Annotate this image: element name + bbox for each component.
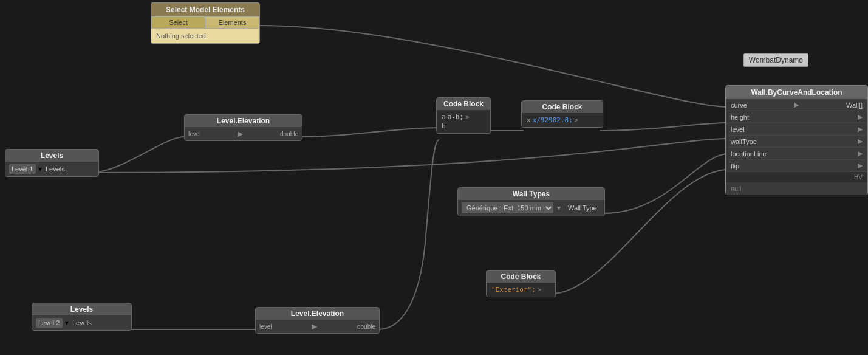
- wbc-row-locationline: locationLine ▶: [726, 148, 867, 160]
- wall-types-dropdown[interactable]: Générique - Ext. 150 mm: [462, 202, 553, 213]
- select-tab-elements[interactable]: Elements: [205, 16, 259, 29]
- levels-1-output: Levels: [46, 165, 65, 173]
- wall-types-body: Générique - Ext. 150 mm ▾ Wall Type: [458, 200, 604, 216]
- code-block-3-body: "Exterior"; >: [487, 283, 555, 297]
- levels-1-title: Levels: [5, 150, 98, 162]
- wbc-input-walltype: wallType: [731, 138, 757, 145]
- code-block-node-2: Code Block x x/92902.8; >: [521, 100, 603, 128]
- levels-2-body: Level 2 Level 1 ▾ Levels: [32, 315, 131, 330]
- code-block-1-row-1: a a-b; >: [442, 112, 485, 122]
- wbc-row-height: height ▶: [726, 111, 867, 123]
- elevation-1-title: Level.Elevation: [185, 115, 302, 127]
- wall-types-title: Wall Types: [458, 188, 604, 200]
- code-block-1-title: Code Block: [437, 98, 490, 110]
- cb2-out-1: >: [575, 116, 579, 124]
- code-block-2-title: Code Block: [522, 101, 603, 113]
- cb3-out-1: >: [538, 286, 542, 294]
- wall-by-curve-node: Wall.ByCurveAndLocation curve ▶ Wall[] h…: [725, 85, 868, 195]
- cb1-port-a: a: [442, 113, 446, 121]
- wbc-arrow-flip: ▶: [858, 162, 863, 170]
- wbc-arrow-locationline: ▶: [858, 150, 863, 157]
- code-block-node-3: Code Block "Exterior"; >: [486, 270, 556, 297]
- wbc-row-walltype: wallType ▶: [726, 136, 867, 148]
- cb3-code-1: "Exterior";: [491, 286, 536, 294]
- cb2-port-x: x: [527, 116, 531, 124]
- wbc-input-flip: flip: [731, 162, 739, 170]
- wbc-input-height: height: [731, 114, 749, 121]
- wbc-arrow-height: ▶: [858, 113, 863, 121]
- levels-2-title: Levels: [32, 303, 131, 315]
- level-elevation-node-1: Level.Elevation level ▶ double: [184, 114, 302, 141]
- levels-2-dropdown[interactable]: Level 2 Level 1: [36, 318, 63, 328]
- wbc-arrow-walltype: ▶: [858, 137, 863, 145]
- levels-1-body: Level 1 Level 2 ▾ Levels: [5, 162, 98, 176]
- select-tab-select[interactable]: Select: [151, 16, 205, 29]
- code-block-2-body: x x/92902.8; >: [522, 113, 603, 127]
- elevation-2-output: double: [357, 323, 375, 330]
- code-block-3-row-1: "Exterior"; >: [491, 285, 550, 294]
- cb1-code-1: a-b;: [448, 113, 464, 121]
- code-block-2-row-1: x x/92902.8; >: [527, 115, 598, 125]
- elevation-1-body: level ▶ double: [185, 127, 302, 140]
- cb2-code-1: x/92902.8;: [533, 116, 573, 124]
- wall-types-node: Wall Types Générique - Ext. 150 mm ▾ Wal…: [457, 187, 605, 216]
- code-block-3-title: Code Block: [487, 271, 555, 283]
- wbc-input-level: level: [731, 126, 745, 133]
- nothing-selected-text: Nothing selected.: [156, 32, 208, 40]
- wall-by-curve-title: Wall.ByCurveAndLocation: [726, 86, 867, 99]
- code-block-1-row-2: b: [442, 122, 485, 131]
- wbc-input-locationline: locationLine: [731, 150, 767, 157]
- cb1-port-b: b: [442, 122, 446, 130]
- wbc-null-label: null: [726, 182, 867, 195]
- levels-2-output: Levels: [72, 319, 92, 326]
- select-node-body: Nothing selected.: [151, 29, 259, 43]
- levels-node-1: Levels Level 1 Level 2 ▾ Levels: [5, 149, 99, 177]
- wbc-hv-label: HV: [726, 172, 867, 182]
- wbc-arrow-level: ▶: [858, 125, 863, 133]
- elevation-2-input: level: [259, 323, 272, 330]
- levels-1-dropdown[interactable]: Level 1 Level 2: [9, 164, 36, 174]
- wbc-output-wall: Wall[]: [846, 102, 863, 109]
- select-node-title: Select Model Elements: [151, 3, 259, 16]
- wbc-arrow-curve: ▶: [794, 101, 799, 109]
- elevation-1-input: level: [188, 131, 201, 137]
- wbc-row-level: level ▶: [726, 123, 867, 136]
- wbc-row-curve: curve ▶ Wall[]: [726, 99, 867, 111]
- select-model-elements-node: Select Model Elements Select Elements No…: [151, 2, 260, 44]
- elevation-2-title: Level.Elevation: [256, 308, 379, 320]
- wall-by-curve-body: curve ▶ Wall[] height ▶ level ▶ wallType…: [726, 99, 867, 195]
- wall-types-output: Wall Type: [568, 204, 597, 212]
- code-block-node-1: Code Block a a-b; > b: [436, 97, 491, 134]
- code-block-1-body: a a-b; > b: [437, 110, 490, 133]
- elevation-2-body: level ▶ double: [256, 320, 379, 333]
- cb1-out-1: >: [465, 113, 470, 121]
- levels-node-2: Levels Level 2 Level 1 ▾ Levels: [32, 303, 132, 331]
- select-node-tabs: Select Elements: [151, 16, 259, 29]
- wombat-dynamo-label: WombatDynamo: [743, 53, 808, 67]
- elevation-1-output: double: [280, 131, 298, 137]
- level-elevation-node-2: Level.Elevation level ▶ double: [255, 307, 380, 334]
- wbc-input-curve: curve: [731, 102, 747, 109]
- wbc-row-flip: flip ▶: [726, 160, 867, 172]
